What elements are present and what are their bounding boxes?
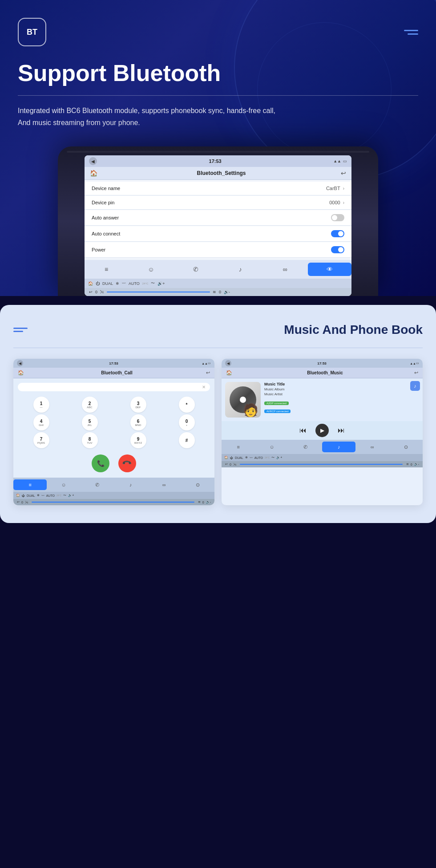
call-nav-eye[interactable]: ⊙ <box>181 479 214 490</box>
answer-button[interactable]: 📞 <box>92 454 109 472</box>
two-screens-container: ◀ 17:53 ▲▲ ▭ 🏠 Bluetooth_Call ↩ ✕ 1— 2AB… <box>13 359 423 505</box>
ctrl-vol-dn-icon[interactable]: 🔊- <box>224 290 230 294</box>
music-nav-phone[interactable]: ✆ <box>289 442 322 452</box>
nav-eye[interactable]: 👁 <box>308 263 351 276</box>
menu-icon[interactable] <box>404 30 418 35</box>
dial-key-3[interactable]: 3DEF <box>130 397 146 413</box>
call-sys-temp: 24°C <box>57 494 61 497</box>
music-ctrl-back[interactable]: ↩ <box>225 462 228 466</box>
power-toggle[interactable] <box>331 246 344 253</box>
dial-key-9[interactable]: 9WXYZ <box>130 432 146 448</box>
music-sys-vol-up[interactable]: 🔊+ <box>276 456 282 459</box>
music-sys-home[interactable]: 🏠 <box>224 456 228 459</box>
dial-key-star[interactable]: * <box>179 397 195 413</box>
music-artist-name: Music Artist <box>264 392 419 396</box>
call-screen-wrapper: ◀ 17:53 ▲▲ ▭ 🏠 Bluetooth_Call ↩ ✕ 1— 2AB… <box>13 359 214 505</box>
settings-row-auto-connect[interactable]: Auto connect <box>85 226 351 242</box>
call-ctrl-vol-dn[interactable]: 🔊- <box>206 500 211 504</box>
music-sys-power[interactable]: ⏻ <box>230 456 233 459</box>
sys-bar: 🏠 ⏻ DUAL ❄ 〰 AUTO 24°C 〜 🔊+ <box>85 279 351 288</box>
music-sys-auto: AUTO <box>254 456 263 459</box>
music-controls: ⏮ ▶ ⏭ <box>222 421 423 440</box>
sys-wave-icon: 〜 <box>151 280 155 286</box>
nav-phone[interactable]: ✆ <box>174 263 218 276</box>
music-info: Music Title Music Album Music Artist A2D… <box>264 382 419 418</box>
music-nav-link[interactable]: ∞ <box>355 442 389 452</box>
call-sys-vol-up[interactable]: 🔊+ <box>68 494 74 497</box>
auto-answer-toggle[interactable] <box>331 214 344 221</box>
nav-menu[interactable]: ≡ <box>85 263 128 276</box>
call-nav-music[interactable]: ♪ <box>114 479 147 490</box>
sys-power-icon[interactable]: ⏻ <box>96 281 100 286</box>
nav-user[interactable]: ☺ <box>129 263 173 276</box>
music-title: Bluetooth_Music <box>236 370 414 375</box>
control-bar: ↩ 0 🌬 ≋ 0 🔊- <box>85 288 351 296</box>
call-actions: 📞 📞 <box>15 451 213 476</box>
call-ctrl-heat: ≋ <box>198 500 201 504</box>
play-button[interactable]: ▶ <box>315 424 329 437</box>
music-nav-eye[interactable]: ⊙ <box>389 442 423 452</box>
dial-key-8[interactable]: 8TUV <box>82 432 98 448</box>
album-art: 🧑 <box>225 382 261 418</box>
settings-row-device-pin[interactable]: Device pin 0000 › <box>85 196 351 210</box>
music-nav-user[interactable]: ☺ <box>255 442 288 452</box>
dial-key-5[interactable]: 5JKL <box>82 414 98 430</box>
hangup-button[interactable]: 📞 <box>115 451 140 476</box>
music-ctrl-0-2: 0 <box>411 463 412 466</box>
settings-row-auto-answer[interactable]: Auto answer <box>85 210 351 226</box>
hero-description: Integrated with BC6 Bluetooth module, su… <box>18 105 418 129</box>
call-ctrl-back[interactable]: ↩ <box>17 500 20 504</box>
screen-back-button[interactable]: ↩ <box>341 170 346 177</box>
screen-back-icon[interactable]: ◀ <box>89 157 97 165</box>
home-icon[interactable]: 🏠 <box>90 170 97 177</box>
music-sys-dual: DUAL <box>235 456 243 459</box>
call-sys-power[interactable]: ⏻ <box>22 494 25 497</box>
dial-key-6[interactable]: 6MNO <box>130 414 146 430</box>
music-back-btn[interactable]: ↩ <box>414 370 418 376</box>
music-back-icon[interactable]: ◀ <box>225 360 231 366</box>
title-divider <box>18 95 418 96</box>
nav-link[interactable]: ∞ <box>263 263 307 276</box>
music-home-icon[interactable]: 🏠 <box>226 370 232 376</box>
dial-key-0[interactable]: 0+ <box>179 414 195 430</box>
music-nav-menu[interactable]: ≡ <box>222 442 255 452</box>
ctrl-num2: 0 <box>219 290 221 294</box>
sys-vol-up-icon[interactable]: 🔊+ <box>157 281 165 286</box>
prev-button[interactable]: ⏮ <box>299 426 307 434</box>
music-sys-bar: 🏠 ⏻ DUAL ❄ 〰 AUTO 24°C 〜 🔊+ <box>222 454 423 461</box>
music-note-button[interactable]: ♪ <box>410 381 420 391</box>
call-nav-link[interactable]: ∞ <box>147 479 181 490</box>
sys-temp-label: 24°C <box>142 282 148 285</box>
dial-key-7[interactable]: 7PQRS <box>33 432 49 448</box>
ctrl-progress-bar <box>107 292 210 292</box>
call-input[interactable]: ✕ <box>18 383 210 391</box>
call-clear-icon[interactable]: ✕ <box>202 385 206 389</box>
hero-section: BT Support Bluetooth Integrated with BC6… <box>0 0 436 296</box>
dial-key-4[interactable]: 4GHI <box>33 414 49 430</box>
auto-answer-label: Auto answer <box>92 215 331 220</box>
call-back-btn[interactable]: ↩ <box>206 370 210 376</box>
call-sys-home[interactable]: 🏠 <box>16 494 20 497</box>
music-nav-music[interactable]: ♪ <box>322 442 355 452</box>
settings-row-device-name[interactable]: Device name CarBT › <box>85 182 351 195</box>
call-back-icon[interactable]: ◀ <box>17 360 23 366</box>
call-nav-menu[interactable]: ≡ <box>13 479 47 490</box>
call-nav-user[interactable]: ☺ <box>47 479 80 490</box>
sys-home-icon[interactable]: 🏠 <box>88 281 93 286</box>
call-home-icon[interactable]: 🏠 <box>18 370 24 376</box>
ctrl-back-icon[interactable]: ↩ <box>89 290 93 294</box>
music-ctrl-vol-dn[interactable]: 🔊- <box>414 462 419 466</box>
bottom-nav: ≡ ☺ ✆ ♪ ∞ 👁 <box>85 260 351 279</box>
dial-key-2[interactable]: 2ABC <box>82 397 98 413</box>
call-battery-icon: ▭ <box>208 361 211 365</box>
auto-connect-toggle[interactable] <box>331 230 344 237</box>
nav-music[interactable]: ♪ <box>218 263 262 276</box>
next-button[interactable]: ⏭ <box>338 426 345 434</box>
music-menu-icon[interactable] <box>13 328 28 332</box>
dial-key-hash[interactable]: # <box>179 432 195 448</box>
settings-row-power[interactable]: Power <box>85 242 351 258</box>
call-bottom-nav: ≡ ☺ ✆ ♪ ∞ ⊙ <box>13 478 214 492</box>
section-gap <box>0 296 436 305</box>
call-nav-phone[interactable]: ✆ <box>81 479 114 490</box>
dial-key-1[interactable]: 1— <box>33 397 49 413</box>
